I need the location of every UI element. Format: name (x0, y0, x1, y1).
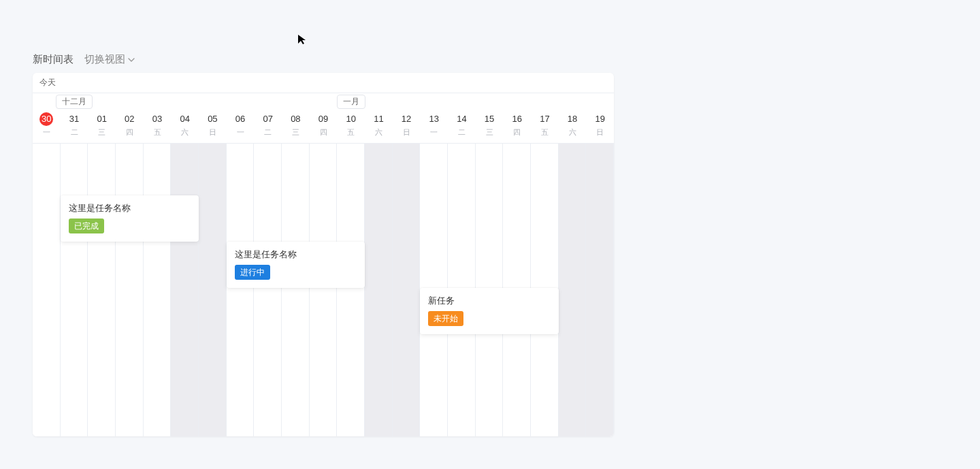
task-title: 这里是任务名称 (235, 248, 357, 261)
grid-column (61, 144, 88, 436)
grid-column-weekend (393, 144, 421, 436)
day-header-cell[interactable]: 11六 (365, 108, 393, 143)
day-number: 02 (116, 112, 144, 126)
grid-column (227, 144, 255, 436)
status-badge: 进行中 (235, 265, 270, 280)
grid-column (33, 144, 61, 436)
timeline-header: 十二月一月 30一31二01三02四03五04六05日06一07二08三09四1… (33, 93, 614, 144)
day-of-week: 三 (282, 127, 310, 138)
day-of-week: 四 (116, 127, 144, 138)
day-number: 08 (282, 112, 310, 126)
task-title: 这里是任务名称 (69, 202, 191, 214)
day-of-week: 二 (61, 127, 88, 138)
grid-column (144, 144, 172, 436)
day-number: 15 (476, 112, 504, 126)
task-card[interactable]: 这里是任务名称已完成 (61, 195, 199, 242)
grid-column (254, 144, 282, 436)
day-header-cell[interactable]: 05日 (199, 108, 227, 143)
day-number: 14 (448, 112, 476, 126)
view-switch-dropdown[interactable]: 切换视图 (84, 53, 135, 66)
task-title: 新任务 (428, 295, 550, 307)
status-badge: 未开始 (428, 311, 463, 326)
day-of-week: 四 (310, 127, 338, 138)
day-header-cell[interactable]: 03五 (144, 108, 172, 143)
month-pill: 一月 (337, 95, 365, 109)
view-switch-label: 切换视图 (84, 53, 125, 66)
grid-column (116, 144, 144, 436)
day-of-week: 六 (559, 127, 587, 138)
day-header-cell[interactable]: 10五 (337, 108, 365, 143)
day-header-cell[interactable]: 18六 (559, 108, 587, 143)
day-of-week: 日 (199, 127, 227, 138)
day-of-week: 一 (33, 127, 61, 138)
day-number: 09 (310, 112, 338, 126)
day-header-cell[interactable]: 07二 (254, 108, 282, 143)
day-header-cell[interactable]: 15三 (476, 108, 504, 143)
day-header-cell[interactable]: 02四 (116, 108, 144, 143)
day-number: 10 (337, 112, 365, 126)
timeline-body[interactable]: 这里是任务名称已完成这里是任务名称进行中新任务未开始 (33, 144, 614, 436)
status-badge: 已完成 (69, 219, 104, 233)
day-number: 18 (559, 112, 587, 126)
grid-column (88, 144, 116, 436)
month-pill: 十二月 (56, 95, 93, 109)
day-header-cell[interactable]: 13一 (420, 108, 448, 143)
day-header-cell[interactable]: 01三 (88, 108, 116, 143)
day-number: 11 (365, 112, 393, 126)
day-header-cell[interactable]: 19日 (586, 108, 614, 143)
day-number-today: 30 (39, 112, 53, 126)
page-title: 新时间表 (33, 53, 74, 66)
grid-column-weekend (171, 144, 199, 436)
day-of-week: 五 (531, 127, 559, 138)
day-of-week: 六 (171, 127, 199, 138)
day-of-week: 四 (503, 127, 531, 138)
day-of-week: 三 (476, 127, 504, 138)
chevron-down-icon (128, 56, 135, 63)
today-button[interactable]: 今天 (39, 78, 56, 87)
day-number: 16 (503, 112, 531, 126)
day-header-cell[interactable]: 09四 (310, 108, 338, 143)
grid-column (310, 144, 338, 436)
day-header-cell[interactable]: 06一 (227, 108, 255, 143)
day-header-cell[interactable]: 08三 (282, 108, 310, 143)
day-header-cell[interactable]: 31二 (61, 108, 88, 143)
day-number: 19 (586, 112, 614, 126)
day-number: 07 (254, 112, 282, 126)
day-of-week: 三 (88, 127, 116, 138)
grid-column-weekend (559, 144, 587, 436)
day-of-week: 六 (365, 127, 393, 138)
grid-column-weekend (199, 144, 227, 436)
day-of-week: 二 (448, 127, 476, 138)
grid-column-weekend (586, 144, 614, 436)
day-of-week: 日 (586, 127, 614, 138)
day-header-cell[interactable]: 04六 (171, 108, 199, 143)
day-header-cell[interactable]: 12日 (393, 108, 421, 143)
day-of-week: 五 (144, 127, 172, 138)
day-number: 06 (227, 112, 255, 126)
task-card[interactable]: 这里是任务名称进行中 (227, 242, 365, 288)
day-of-week: 五 (337, 127, 365, 138)
grid-column (337, 144, 365, 436)
day-header-cell[interactable]: 16四 (503, 108, 531, 143)
timeline-card: 今天 十二月一月 30一31二01三02四03五04六05日06一07二08三0… (33, 73, 614, 436)
day-number: 17 (531, 112, 559, 126)
grid-column-weekend (365, 144, 393, 436)
day-of-week: 二 (254, 127, 282, 138)
day-number: 04 (171, 112, 199, 126)
day-of-week: 一 (420, 127, 448, 138)
day-number: 01 (88, 112, 116, 126)
day-of-week: 日 (393, 127, 421, 138)
day-number: 03 (144, 112, 172, 126)
day-number: 12 (393, 112, 421, 126)
day-number: 05 (199, 112, 227, 126)
day-header-cell[interactable]: 14二 (448, 108, 476, 143)
cursor-icon (297, 34, 308, 45)
task-card[interactable]: 新任务未开始 (420, 288, 558, 334)
day-of-week: 一 (227, 127, 255, 138)
day-header-cell[interactable]: 17五 (531, 108, 559, 143)
day-number: 13 (420, 112, 448, 126)
grid-column (282, 144, 310, 436)
day-number: 31 (61, 112, 88, 126)
day-header-cell[interactable]: 30一 (33, 108, 61, 143)
